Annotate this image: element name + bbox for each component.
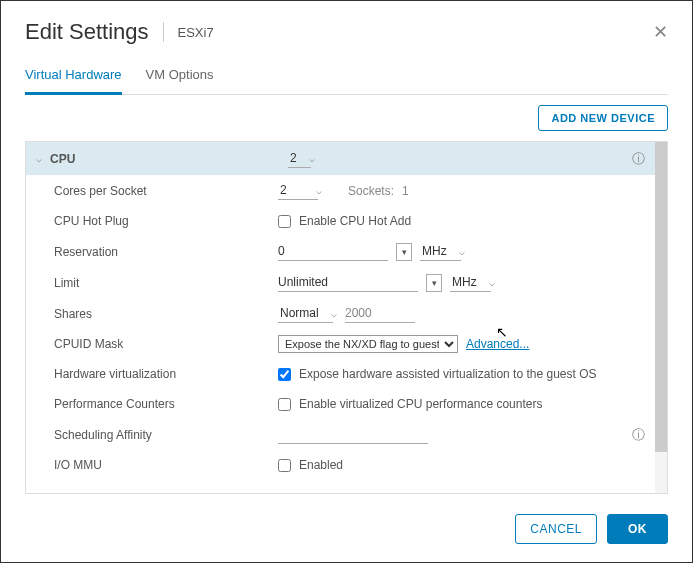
row-performance-counters: Performance Counters Enable virtualized … <box>26 389 655 419</box>
settings-panel: ⌵ CPU 2 ⌵ ⓘ Cores per Socket 2 ⌵ Sockets… <box>25 141 668 494</box>
hw-virt-checkbox[interactable] <box>278 368 291 381</box>
info-icon[interactable]: ⓘ <box>632 426 645 444</box>
scrollbar[interactable] <box>655 142 667 493</box>
tab-vm-options[interactable]: VM Options <box>146 59 214 94</box>
tab-bar: Virtual Hardware VM Options <box>25 59 668 95</box>
add-new-device-button[interactable]: ADD NEW DEVICE <box>538 105 668 131</box>
row-cores-per-socket: Cores per Socket 2 ⌵ Sockets: 1 <box>26 175 655 206</box>
dialog-header: Edit Settings ESXi7 ✕ <box>25 19 668 45</box>
settings-grid: ⌵ CPU 2 ⌵ ⓘ Cores per Socket 2 ⌵ Sockets… <box>26 142 655 493</box>
reservation-input[interactable] <box>278 242 388 261</box>
limit-unit-select[interactable]: MHz <box>450 273 491 292</box>
cpu-label: CPU <box>50 152 280 166</box>
row-cpuid-mask: CPUID Mask Expose the NX/XD flag to gues… <box>26 329 655 359</box>
edit-settings-dialog: Edit Settings ESXi7 ✕ Virtual Hardware V… <box>1 1 692 562</box>
row-shares: Shares Normal ⌵ <box>26 298 655 329</box>
dialog-title: Edit Settings <box>25 19 149 45</box>
row-hardware-virtualization: Hardware virtualization Expose hardware … <box>26 359 655 389</box>
row-io-mmu: I/O MMU Enabled <box>26 450 655 480</box>
row-limit: Limit ▾ MHz ⌵ <box>26 267 655 298</box>
perf-counters-checkbox[interactable] <box>278 398 291 411</box>
separator <box>163 22 164 42</box>
ok-button[interactable]: OK <box>607 514 668 544</box>
scrollbar-thumb[interactable] <box>655 142 667 452</box>
row-reservation: Reservation ▾ MHz ⌵ <box>26 236 655 267</box>
cancel-button[interactable]: CANCEL <box>515 514 597 544</box>
dialog-footer: CANCEL OK <box>25 494 668 544</box>
info-icon[interactable]: ⓘ <box>632 150 645 168</box>
cpuid-advanced-link[interactable]: Advanced... <box>466 337 529 351</box>
reservation-dropdown-button[interactable]: ▾ <box>396 243 412 261</box>
tab-virtual-hardware[interactable]: Virtual Hardware <box>25 59 122 95</box>
vm-name: ESXi7 <box>178 25 214 40</box>
chevron-down-icon: ⌵ <box>36 153 42 164</box>
shares-mode-select[interactable]: Normal <box>278 304 333 323</box>
limit-dropdown-button[interactable]: ▾ <box>426 274 442 292</box>
scheduling-affinity-input[interactable] <box>278 425 428 444</box>
reservation-unit-select[interactable]: MHz <box>420 242 461 261</box>
io-mmu-checkbox[interactable] <box>278 459 291 472</box>
cpu-hot-add-checkbox[interactable] <box>278 215 291 228</box>
row-scheduling-affinity: Scheduling Affinity ⓘ <box>26 419 655 450</box>
toolbar: ADD NEW DEVICE <box>25 95 668 141</box>
shares-value-input[interactable] <box>345 304 415 323</box>
row-cpu-hot-plug: CPU Hot Plug Enable CPU Hot Add <box>26 206 655 236</box>
close-icon[interactable]: ✕ <box>653 21 668 43</box>
limit-input[interactable] <box>278 273 418 292</box>
cpu-accordion-header[interactable]: ⌵ CPU 2 ⌵ ⓘ <box>26 142 655 175</box>
cpuid-mask-select[interactable]: Expose the NX/XD flag to guest <box>278 335 458 353</box>
cores-per-socket-select[interactable]: 2 <box>278 181 318 200</box>
cpu-count-select[interactable]: 2 <box>288 149 311 168</box>
